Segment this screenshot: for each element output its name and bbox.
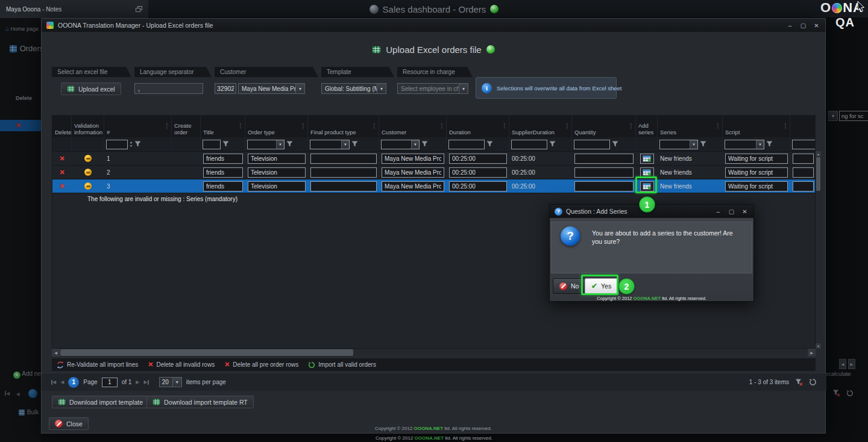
scroll-up-icon[interactable]: ▲	[816, 151, 821, 157]
filter-number-input[interactable]	[107, 140, 127, 149]
chevron-down-icon[interactable]: ▼	[756, 140, 764, 149]
refresh-icon[interactable]	[809, 378, 817, 386]
current-page-badge[interactable]: 1	[68, 377, 79, 388]
customer-input[interactable]	[382, 167, 444, 178]
close-icon[interactable]: ✕	[741, 208, 749, 215]
brand-link[interactable]: OOONA.NET	[634, 296, 661, 301]
column-menu-icon[interactable]: ⋮	[300, 122, 306, 129]
script-input[interactable]	[725, 167, 788, 178]
column-menu-icon[interactable]: ⋮	[164, 122, 170, 129]
filter-funnel-icon[interactable]	[486, 141, 493, 148]
filter-quantity-input[interactable]	[574, 140, 609, 149]
script-input[interactable]	[725, 181, 788, 191]
customer-dropdown[interactable]: Maya New Media Pr... ▼	[238, 83, 305, 94]
filter-duration-input[interactable]	[449, 140, 484, 149]
chevron-down-icon[interactable]: ▼	[341, 140, 349, 149]
template-dropdown[interactable]: Global: Subtitling (Ma... ▼	[321, 83, 386, 94]
col-final-product-type[interactable]: Final product type⋮	[308, 116, 379, 137]
col-title[interactable]: Title⋮	[201, 116, 245, 137]
filter-partial-input[interactable]	[793, 140, 816, 149]
filter-funnel-icon[interactable]	[700, 141, 706, 148]
brand-link[interactable]: OOONA.NET	[415, 435, 444, 441]
filter-funnel-icon[interactable]	[134, 141, 141, 148]
brand-link[interactable]: OOONA.NET	[414, 426, 443, 431]
title-input[interactable]	[203, 154, 243, 164]
chevron-down-icon[interactable]: ▼	[276, 140, 284, 149]
chevron-down-icon[interactable]: ▼	[295, 84, 304, 93]
filter-supplier-duration-input[interactable]	[512, 140, 547, 149]
resource-dropdown[interactable]: Select employee in ch... ▼	[397, 83, 468, 94]
col-supplier-duration[interactable]: SupplierDuration⋮	[509, 116, 572, 137]
language-separator-input[interactable]	[134, 83, 203, 94]
maximize-icon[interactable]: ▢	[799, 22, 807, 29]
scroll-right-icon[interactable]: ▶	[808, 349, 816, 356]
delete-row-icon[interactable]: ✕	[59, 169, 64, 176]
filter-title-input[interactable]	[203, 140, 220, 149]
table-row[interactable]: ✕ 1 00:25:00 New friends	[52, 152, 816, 166]
final-product-type-input[interactable]	[310, 154, 377, 164]
duration-input[interactable]	[449, 154, 507, 164]
filter-funnel-icon[interactable]	[549, 141, 556, 148]
customer-input[interactable]	[382, 181, 444, 191]
minimize-icon[interactable]: –	[786, 22, 794, 29]
column-menu-icon[interactable]: ⋮	[502, 122, 508, 129]
vertical-scrollbar[interactable]: ▲ ▼	[816, 151, 821, 349]
spinner-icon[interactable]: ▲▼	[130, 141, 133, 148]
partial-input[interactable]	[793, 154, 814, 164]
scroll-left-icon[interactable]: ◀	[52, 349, 60, 356]
quantity-input[interactable]	[574, 167, 634, 178]
delete-row-icon[interactable]: ✕	[59, 182, 64, 190]
title-input[interactable]	[203, 181, 243, 191]
clear-filter-icon[interactable]	[795, 378, 803, 386]
order-type-input[interactable]	[248, 167, 306, 178]
filter-funnel-icon[interactable]	[351, 141, 358, 148]
partial-input[interactable]	[793, 181, 814, 191]
order-type-input[interactable]	[248, 181, 306, 191]
col-number[interactable]: #⋮	[104, 116, 172, 137]
column-menu-icon[interactable]: ⋮	[715, 122, 721, 129]
modal-titlebar[interactable]: OOONA Translation Manager - Upload Excel…	[42, 19, 825, 32]
duration-input[interactable]	[449, 167, 507, 178]
download-template-rt-button[interactable]: Download import template RT	[146, 396, 254, 408]
col-duration[interactable]: Duration⋮	[447, 116, 509, 137]
add-series-button[interactable]	[640, 154, 654, 164]
import-valid-button[interactable]: Import all valid orders	[308, 361, 376, 369]
filter-funnel-icon[interactable]	[766, 141, 773, 148]
delete-preorder-button[interactable]: ✕ Delete all pre order rows	[224, 361, 298, 369]
chevron-down-icon[interactable]: ▼	[411, 140, 419, 149]
customer-code-input[interactable]	[215, 83, 236, 94]
col-customer[interactable]: Customer⋮	[379, 116, 447, 137]
quantity-input[interactable]	[574, 181, 634, 191]
filter-order-type-input[interactable]	[248, 140, 276, 149]
scrollbar-thumb[interactable]	[60, 349, 353, 356]
col-quantity[interactable]: Quantity⋮	[572, 116, 636, 137]
filter-series-input[interactable]	[660, 140, 690, 149]
upload-excel-button[interactable]: Upload excel	[61, 82, 121, 95]
column-menu-icon[interactable]: ⋮	[564, 122, 570, 129]
chevron-down-icon[interactable]: ▼	[690, 140, 697, 149]
last-page-button[interactable]: ▶	[144, 379, 149, 385]
close-icon[interactable]: ✕	[813, 22, 820, 29]
column-menu-icon[interactable]: ⋮	[237, 122, 244, 129]
col-script[interactable]: Script⋮	[723, 116, 790, 137]
script-input[interactable]	[725, 154, 788, 164]
column-menu-icon[interactable]: ⋮	[371, 122, 377, 129]
maximize-icon[interactable]: ▢	[728, 208, 735, 215]
table-row-selected[interactable]: ✕ 3 00:25:00 New friends	[52, 179, 816, 193]
partial-input[interactable]	[793, 167, 814, 178]
customer-input[interactable]	[382, 154, 444, 164]
column-menu-icon[interactable]: ⋮	[782, 122, 788, 129]
page-size-dropdown[interactable]: 20 ▼	[159, 377, 182, 387]
horizontal-scrollbar[interactable]: ◀ ▶	[52, 349, 816, 356]
minimize-icon[interactable]: –	[714, 208, 722, 215]
add-series-button[interactable]	[640, 167, 654, 178]
order-type-input[interactable]	[248, 154, 306, 164]
prev-page-button[interactable]: ◀	[60, 379, 64, 385]
final-product-type-input[interactable]	[310, 181, 377, 191]
delete-row-icon[interactable]: ✕	[59, 155, 64, 163]
col-series[interactable]: Series⋮	[658, 116, 723, 137]
next-page-button[interactable]: ▶	[136, 379, 139, 385]
filter-final-product-input[interactable]	[310, 140, 341, 149]
filter-script-input[interactable]	[725, 140, 756, 149]
chevron-down-icon[interactable]: ▼	[377, 84, 386, 93]
